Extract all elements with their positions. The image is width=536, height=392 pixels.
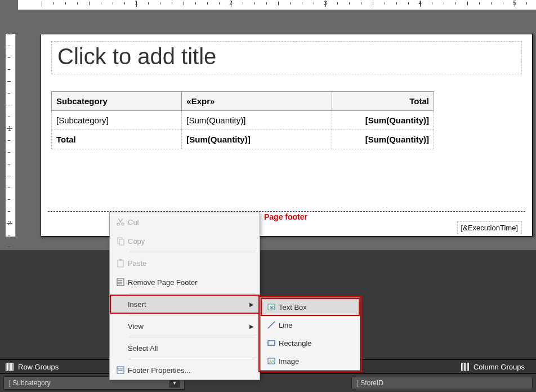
cell-sumqty-2[interactable]: [Sum(Quantity)] xyxy=(332,111,434,130)
paste-icon xyxy=(113,259,128,268)
svg-rect-10 xyxy=(117,367,124,373)
report-page[interactable]: Click to add title Subcategory «Expr» To… xyxy=(41,34,533,237)
menu-paste[interactable]: Paste xyxy=(110,253,260,273)
line-icon xyxy=(264,320,279,329)
column-groups-label: Column Groups xyxy=(474,363,525,371)
matrix-table[interactable]: Subcategory «Expr» Total [Subcategory] [… xyxy=(51,91,434,149)
submenu-line[interactable]: Line xyxy=(261,316,360,334)
execution-time-textbox[interactable]: [&ExecutionTime] xyxy=(457,221,522,234)
image-icon xyxy=(264,357,279,366)
menu-copy[interactable]: Copy xyxy=(110,231,260,251)
submenu-arrow-icon: ▶ xyxy=(249,323,254,329)
svg-point-18 xyxy=(270,360,271,362)
cell-total-sum-2[interactable]: [Sum(Quantity)] xyxy=(332,130,434,149)
table-header-row[interactable]: Subcategory «Expr» Total xyxy=(52,92,434,111)
menu-remove-footer[interactable]: Remove Page Footer xyxy=(110,273,260,292)
column-group-well[interactable]: [ StoreID xyxy=(351,377,533,389)
row-groups-icon xyxy=(6,363,15,371)
rectangle-icon xyxy=(264,338,279,348)
submenu-rectangle[interactable]: Rectangle xyxy=(261,334,360,352)
textbox-icon: ab xyxy=(264,302,279,311)
submenu-text-box[interactable]: ab Text Box xyxy=(261,298,360,316)
insert-submenu: ab Text Box Line Rectangle Image xyxy=(260,297,360,371)
submenu-arrow-icon: ▶ xyxy=(249,301,254,308)
header-total[interactable]: Total xyxy=(332,92,434,111)
properties-icon xyxy=(113,366,128,375)
header-expr[interactable]: «Expr» xyxy=(182,92,332,111)
cell-subcategory-field[interactable]: [Subcategory] xyxy=(52,111,182,130)
menu-insert[interactable]: Insert ▶ xyxy=(110,295,260,314)
table-detail-row[interactable]: [Subcategory] [Sum(Quantity)] [Sum(Quant… xyxy=(52,111,434,130)
svg-rect-4 xyxy=(118,260,123,267)
cell-sumqty-1[interactable]: [Sum(Quantity)] xyxy=(182,111,332,130)
svg-line-15 xyxy=(268,322,275,328)
svg-point-1 xyxy=(122,223,124,225)
svg-rect-3 xyxy=(119,239,124,245)
svg-point-0 xyxy=(117,223,119,225)
column-group-field: StoreID xyxy=(360,379,383,387)
submenu-image[interactable]: Image xyxy=(261,352,360,370)
design-canvas-bg: 12345 12 Click to add title Subcategory … xyxy=(0,0,536,250)
title-placeholder[interactable]: Click to add title xyxy=(51,41,522,74)
header-subcategory[interactable]: Subcategory xyxy=(52,92,182,111)
cell-total-sum-1[interactable]: [Sum(Quantity)] xyxy=(182,130,332,149)
menu-select-all[interactable]: Select All xyxy=(110,338,260,358)
page-footer-annotation: Page footer xyxy=(264,212,307,221)
context-menu: Cut Copy Paste Remove Page Footer Insert… xyxy=(109,212,260,380)
horizontal-ruler: 12345 xyxy=(18,0,536,10)
copy-icon xyxy=(113,237,128,246)
table-total-row[interactable]: Total [Sum(Quantity)] [Sum(Quantity)] xyxy=(52,130,434,149)
vertical-ruler: 12 xyxy=(6,34,16,237)
remove-footer-icon xyxy=(113,278,128,287)
row-group-field: Subcategory xyxy=(12,379,50,387)
row-groups-label: Row Groups xyxy=(18,363,59,371)
cut-icon xyxy=(113,217,128,226)
column-groups-icon xyxy=(461,363,470,371)
menu-footer-properties[interactable]: Footer Properties... xyxy=(110,360,260,380)
menu-view[interactable]: View ▶ xyxy=(110,317,260,336)
group-wells-row: [ Subcategory ▼ [ StoreID xyxy=(0,374,536,392)
svg-rect-16 xyxy=(268,341,275,345)
cell-total-label[interactable]: Total xyxy=(52,130,182,149)
svg-rect-5 xyxy=(119,259,122,261)
svg-text:ab: ab xyxy=(270,305,275,310)
menu-cut[interactable]: Cut xyxy=(110,212,260,231)
